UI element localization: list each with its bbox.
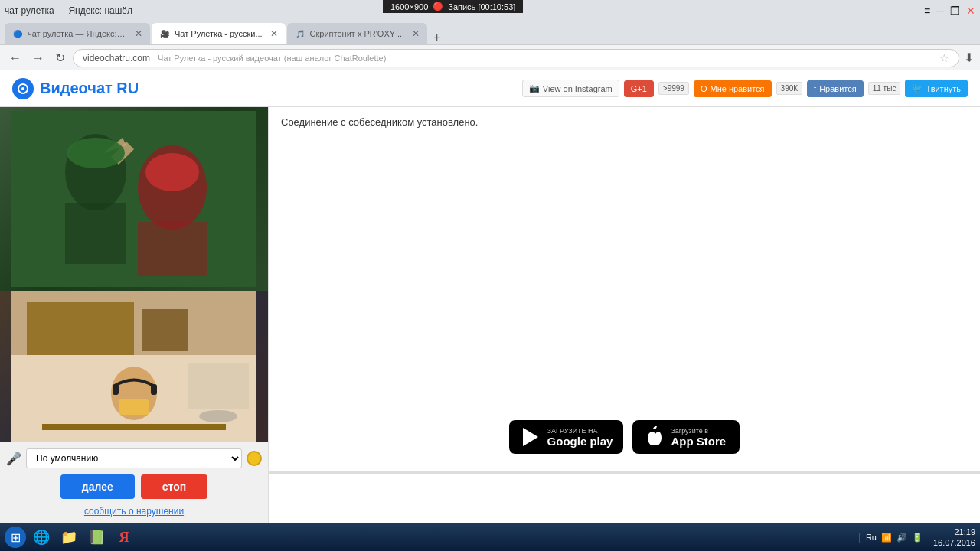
app-store-label: App Store — [671, 435, 726, 448]
twitter-label: Твитнуть — [926, 84, 961, 93]
tab-videochat-icon: 🎥 — [159, 28, 170, 39]
google-play-label: Google play — [547, 435, 613, 448]
tab-yandex-close[interactable]: ✕ — [135, 28, 142, 39]
google-play-button[interactable]: ЗАГРУЗИТЕ НА Google play — [509, 420, 624, 454]
mic-select[interactable]: По умолчанию — [26, 448, 242, 468]
instagram-label: View on Instagram — [543, 84, 612, 93]
taskbar-app3-icon[interactable]: 📗 — [84, 525, 109, 549]
restore-button[interactable]: ❐ — [950, 5, 960, 17]
tab-bar: 🔵 чат рулетка — Яндекс: на... ✕ 🎥 Чат Ру… — [0, 21, 980, 44]
tab-music-close[interactable]: ✕ — [412, 28, 420, 39]
url-bar[interactable]: videochatru.com Чат Рулетка - русский ви… — [73, 49, 959, 67]
remote-video-frame — [0, 107, 268, 291]
volume-icon: 🔊 — [897, 533, 907, 543]
page-title-in-bar: Чат Рулетка - русский видеочат (наш анал… — [158, 54, 386, 63]
site-logo-text: Видеочат RU — [40, 80, 139, 97]
recording-timer: Запись [00:10:53] — [448, 2, 515, 11]
tab-music-label: Скриптонит х PR'OXY ... — [310, 29, 405, 38]
apple-icon — [643, 426, 665, 448]
action-buttons: далее стоп — [6, 474, 262, 499]
app-store-row: ЗАГРУЗИТЕ НА Google play Загрузите в App… — [269, 411, 980, 463]
recording-resolution: 1600×900 — [390, 2, 428, 11]
mic-icon: 🎤 — [6, 452, 21, 466]
mic-row: 🎤 По умолчанию — [6, 448, 262, 468]
next-button[interactable]: далее — [60, 474, 135, 499]
svg-rect-14 — [113, 384, 119, 395]
tab-yandex-icon: 🔵 — [12, 28, 23, 39]
app-store-button[interactable]: Загрузите в App Store — [632, 420, 740, 454]
app-store-text: Загрузите в App Store — [671, 427, 726, 448]
svg-rect-16 — [119, 399, 149, 415]
chat-input-row — [269, 474, 980, 523]
stop-button[interactable]: стоп — [141, 474, 207, 499]
video-controls: 🎤 По умолчанию далее стоп сообщить о нар… — [0, 442, 268, 523]
tab-music-icon: 🎵 — [295, 28, 305, 39]
system-tray: Ru 📶 🔊 🔋 — [859, 533, 929, 543]
svg-marker-20 — [523, 428, 538, 446]
network-icon: 📶 — [881, 533, 892, 543]
left-panel: 🎤 По умолчанию далее стоп сообщить о нар… — [0, 107, 268, 523]
right-panel: Соединение с собеседником установлено. З… — [268, 107, 980, 523]
start-button[interactable]: ⊞ — [5, 527, 26, 548]
svg-point-7 — [67, 138, 125, 168]
title-text: чат рулетка — Яндекс: нашёл — [5, 5, 132, 16]
vk-count: 11 тыс — [868, 82, 901, 95]
svg-rect-12 — [142, 309, 188, 351]
chat-input[interactable] — [275, 481, 974, 517]
svg-point-19 — [199, 410, 237, 422]
taskbar-clock: 21:19 16.07.2016 — [933, 527, 975, 549]
instagram-button[interactable]: 📷 View on Instagram — [522, 80, 619, 97]
ok-button[interactable]: О Мне нравится — [694, 80, 772, 97]
window-controls[interactable]: ≡ ─ ❐ ✕ — [924, 5, 975, 17]
svg-rect-2 — [11, 111, 256, 287]
taskbar-ie-icon[interactable]: 🌐 — [29, 525, 54, 549]
twitter-button[interactable]: 🐦 Твитнуть — [905, 80, 968, 97]
vk-label: Нравится — [819, 84, 857, 93]
back-button[interactable]: ← — [6, 50, 24, 67]
svg-rect-4 — [65, 203, 126, 264]
browser-toolbar-icons: ⬇ — [964, 51, 974, 65]
google-play-icon — [520, 426, 541, 448]
url-text: videochatru.com — [83, 53, 150, 64]
google-play-text: ЗАГРУЗИТЕ НА Google play — [547, 427, 613, 448]
header-actions: 📷 View on Instagram G+1 >9999 О Мне нрав… — [522, 80, 968, 97]
refresh-button[interactable]: ↻ — [52, 49, 68, 67]
tab-yandex-label: чат рулетка — Яндекс: на... — [28, 29, 127, 38]
gplus-count: >9999 — [658, 82, 689, 95]
gplus-button[interactable]: G+1 — [624, 80, 654, 97]
title-bar-left: чат рулетка — Яндекс: нашёл — [5, 5, 132, 16]
address-bar: ← → ↻ videochatru.com Чат Рулетка - русс… — [0, 44, 980, 70]
taskbar: ⊞ 🌐 📁 📗 Я Ru 📶 🔊 🔋 21:19 16.07.2016 — [0, 523, 980, 551]
app-store-sublabel: Загрузите в — [671, 427, 726, 435]
main-layout: 🎤 По умолчанию далее стоп сообщить о нар… — [0, 107, 980, 523]
svg-rect-6 — [138, 222, 207, 276]
close-button[interactable]: ✕ — [966, 5, 975, 17]
local-video-frame — [0, 291, 268, 442]
taskbar-yandex-icon[interactable]: Я — [112, 525, 136, 549]
tab-music[interactable]: 🎵 Скриптонит х PR'OXY ... ✕ — [287, 23, 428, 44]
tab-yandex[interactable]: 🔵 чат рулетка — Яндекс: на... ✕ — [5, 23, 150, 44]
taskbar-explorer-icon[interactable]: 📁 — [57, 525, 81, 549]
svg-rect-11 — [27, 302, 134, 355]
report-link[interactable]: сообщить о нарушении — [84, 506, 184, 517]
site-logo: Видеочат RU — [12, 78, 522, 99]
forward-button[interactable]: → — [29, 50, 47, 67]
battery-icon: 🔋 — [912, 533, 923, 543]
bookmark-star-icon[interactable]: ☆ — [939, 52, 949, 64]
tab-videochat[interactable]: 🎥 Чат Рулетка - русски... ✕ — [152, 23, 286, 44]
download-icon[interactable]: ⬇ — [964, 51, 974, 65]
vk-button[interactable]: f Нравится — [807, 80, 864, 97]
audio-indicator — [247, 451, 262, 466]
locale-indicator: Ru — [866, 533, 877, 542]
svg-rect-17 — [42, 424, 226, 430]
twitter-icon: 🐦 — [912, 83, 923, 93]
remote-video — [0, 107, 268, 291]
new-tab-button[interactable]: + — [429, 31, 445, 44]
tab-videochat-label: Чат Рулетка - русски... — [175, 29, 263, 38]
svg-point-1 — [21, 87, 24, 90]
tab-videochat-close[interactable]: ✕ — [270, 28, 278, 39]
google-play-sublabel: ЗАГРУЗИТЕ НА — [547, 427, 613, 435]
recording-bar: 1600×900 🔴 Запись [00:10:53] — [383, 0, 523, 13]
menu-icon[interactable]: ≡ — [924, 5, 930, 17]
minimize-button[interactable]: ─ — [936, 5, 944, 17]
